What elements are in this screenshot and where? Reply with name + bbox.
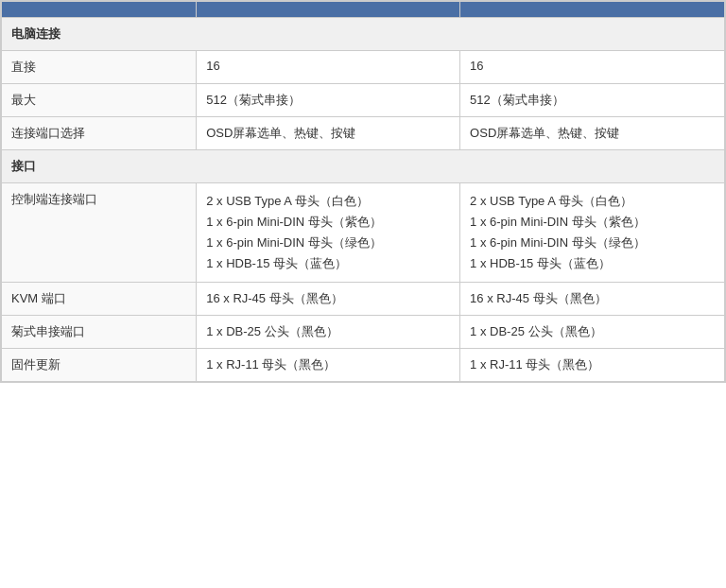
section-header-label: 电脑连接 [2, 18, 725, 51]
row-an-value: OSD屏幕选单、热键、按键 [460, 117, 725, 150]
header-function [2, 2, 197, 18]
row-an-value: 16 [460, 51, 725, 84]
row-am-value: 1 x RJ-11 母头（黑色） [197, 349, 460, 382]
header-kl1516an [460, 2, 725, 18]
row-label: 直接 [2, 51, 197, 84]
row-an-value: 2 x USB Type A 母头（白色）1 x 6-pin Mini-DIN … [460, 183, 725, 283]
row-am-value: 1 x DB-25 公头（黑色） [197, 316, 460, 349]
row-label: KVM 端口 [2, 283, 197, 316]
table-row: 最大512（菊式串接）512（菊式串接） [2, 84, 725, 117]
row-am-value: 512（菊式串接） [197, 84, 460, 117]
row-am-value: 2 x USB Type A 母头（白色）1 x 6-pin Mini-DIN … [197, 183, 460, 283]
table-row: 固件更新1 x RJ-11 母头（黑色）1 x RJ-11 母头（黑色） [2, 349, 725, 382]
row-label: 最大 [2, 84, 197, 117]
row-label: 菊式串接端口 [2, 316, 197, 349]
table-row: 控制端连接端口2 x USB Type A 母头（白色）1 x 6-pin Mi… [2, 183, 725, 283]
row-label: 连接端口选择 [2, 117, 197, 150]
row-am-value: 16 [197, 51, 460, 84]
section-header-row: 电脑连接 [2, 18, 725, 51]
table-row: 直接1616 [2, 51, 725, 84]
table-row: 菊式串接端口1 x DB-25 公头（黑色）1 x DB-25 公头（黑色） [2, 316, 725, 349]
spec-table: 电脑连接直接1616最大512（菊式串接）512（菊式串接）连接端口选择OSD屏… [1, 1, 725, 382]
row-an-value: 512（菊式串接） [460, 84, 725, 117]
row-an-value: 1 x RJ-11 母头（黑色） [460, 349, 725, 382]
row-am-value: 16 x RJ-45 母头（黑色） [197, 283, 460, 316]
table-row: KVM 端口16 x RJ-45 母头（黑色）16 x RJ-45 母头（黑色） [2, 283, 725, 316]
section-header-label: 接口 [2, 150, 725, 183]
row-label: 固件更新 [2, 349, 197, 382]
table-header-row [2, 2, 725, 18]
section-header-row: 接口 [2, 150, 725, 183]
table-row: 连接端口选择OSD屏幕选单、热键、按键OSD屏幕选单、热键、按键 [2, 117, 725, 150]
row-an-value: 16 x RJ-45 母头（黑色） [460, 283, 725, 316]
spec-table-container: 电脑连接直接1616最大512（菊式串接）512（菊式串接）连接端口选择OSD屏… [0, 0, 726, 383]
header-kl1516am [197, 2, 460, 18]
row-an-value: 1 x DB-25 公头（黑色） [460, 316, 725, 349]
row-label: 控制端连接端口 [2, 183, 197, 283]
row-am-value: OSD屏幕选单、热键、按键 [197, 117, 460, 150]
